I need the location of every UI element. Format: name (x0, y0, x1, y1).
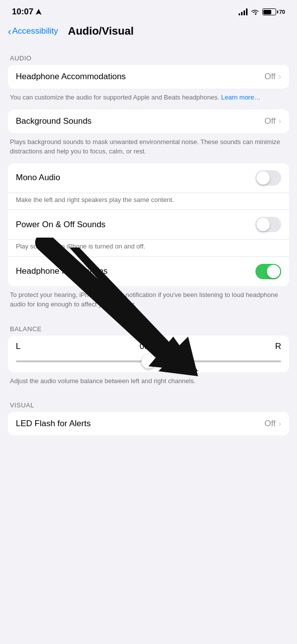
headphone-notifications-toggle[interactable] (255, 264, 281, 279)
svg-marker-0 (36, 9, 42, 15)
balance-slider-track[interactable] (16, 360, 281, 362)
background-sounds-group: Background Sounds Off › (8, 109, 289, 133)
toggle-group: Mono Audio Make the left and right speak… (8, 163, 289, 286)
mono-audio-toggle[interactable] (255, 170, 281, 186)
background-sounds-label: Background Sounds (16, 116, 92, 126)
mono-audio-desc: Make the left and right speakers play th… (8, 193, 289, 210)
background-sounds-row[interactable]: Background Sounds Off › (8, 109, 289, 133)
headphone-accommodations-label: Headphone Accommodations (16, 72, 126, 82)
toggle-thumb (256, 218, 270, 231)
mono-audio-label: Mono Audio (16, 173, 60, 183)
location-icon (35, 8, 42, 15)
power-sounds-desc-text: Play sound when iPhone is turned on and … (16, 243, 145, 250)
balance-labels-row: L 0.00 R (8, 336, 289, 354)
status-icons: 70 (239, 8, 285, 15)
power-sounds-toggle[interactable] (255, 217, 281, 232)
headphone-accommodations-row[interactable]: Headphone Accommodations Off › (8, 65, 289, 89)
balance-slider-container[interactable] (8, 354, 289, 372)
visual-section-label: VISUAL (0, 393, 297, 412)
chevron-right-icon: › (279, 419, 281, 428)
back-button[interactable]: ‹ Accessibility (8, 26, 58, 36)
headphone-notifications-desc-text: To protect your hearing, iPhone sends a … (10, 291, 278, 308)
mono-audio-desc-text: Make the left and right speakers play th… (16, 196, 174, 203)
nav-header: ‹ Accessibility Audio/Visual (0, 21, 297, 46)
headphone-notifications-row[interactable]: Headphone Notifications (8, 257, 289, 286)
balance-value: 0.00 (140, 342, 156, 351)
status-bar: 10:07 (0, 0, 297, 21)
back-chevron-icon: ‹ (8, 26, 11, 36)
balance-section-label: BALANCE (0, 316, 297, 336)
toggle-thumb (256, 171, 270, 185)
headphone-notifications-label: Headphone Notifications (16, 266, 107, 276)
background-sounds-value: Off › (264, 116, 281, 126)
headphone-accommodations-group: Headphone Accommodations Off › (8, 65, 289, 89)
led-flash-label: LED Flash for Alerts (16, 419, 91, 429)
status-time: 10:07 (12, 7, 42, 17)
headphone-notifications-desc: To protect your hearing, iPhone sends a … (0, 286, 297, 316)
headphone-accommodations-value: Off › (264, 72, 281, 82)
headphone-accommodations-desc-text: You can customize the audio for supporte… (10, 94, 219, 101)
balance-slider-thumb[interactable] (142, 354, 155, 368)
back-label: Accessibility (12, 26, 58, 36)
power-sounds-label: Power On & Off Sounds (16, 220, 105, 230)
background-sounds-desc-text: Plays background sounds to mask unwanted… (10, 138, 280, 155)
power-sounds-desc: Play sound when iPhone is turned on and … (8, 240, 289, 257)
chevron-right-icon: › (279, 72, 281, 81)
balance-desc-text: Adjust the audio volume balance between … (10, 377, 196, 385)
battery-level: 70 (279, 9, 285, 15)
time-label: 10:07 (12, 7, 33, 17)
headphone-accommodations-desc: You can customize the audio for supporte… (0, 89, 297, 109)
background-sounds-desc: Plays background sounds to mask unwanted… (0, 133, 297, 163)
battery-icon: 70 (262, 8, 285, 15)
wifi-icon (250, 8, 259, 15)
balance-container: L 0.00 R (8, 336, 289, 372)
page-title: Audio/Visual (68, 25, 134, 38)
chevron-right-icon: › (279, 117, 281, 126)
balance-left-label: L (16, 342, 20, 351)
headphone-accommodations-status: Off (264, 72, 275, 82)
signal-bars-icon (239, 8, 248, 15)
led-flash-row[interactable]: LED Flash for Alerts Off › (8, 412, 289, 436)
power-sounds-row[interactable]: Power On & Off Sounds (8, 210, 289, 240)
background-sounds-status: Off (264, 116, 275, 126)
balance-desc: Adjust the audio volume balance between … (0, 372, 297, 393)
led-flash-status: Off (264, 419, 275, 429)
mono-audio-row[interactable]: Mono Audio (8, 163, 289, 193)
learn-more-link[interactable]: Learn more… (221, 94, 260, 101)
toggle-thumb (267, 265, 280, 278)
led-flash-value: Off › (264, 419, 281, 429)
balance-right-label: R (275, 342, 281, 351)
audio-section-label: AUDIO (0, 46, 297, 65)
visual-group: LED Flash for Alerts Off › (8, 412, 289, 436)
